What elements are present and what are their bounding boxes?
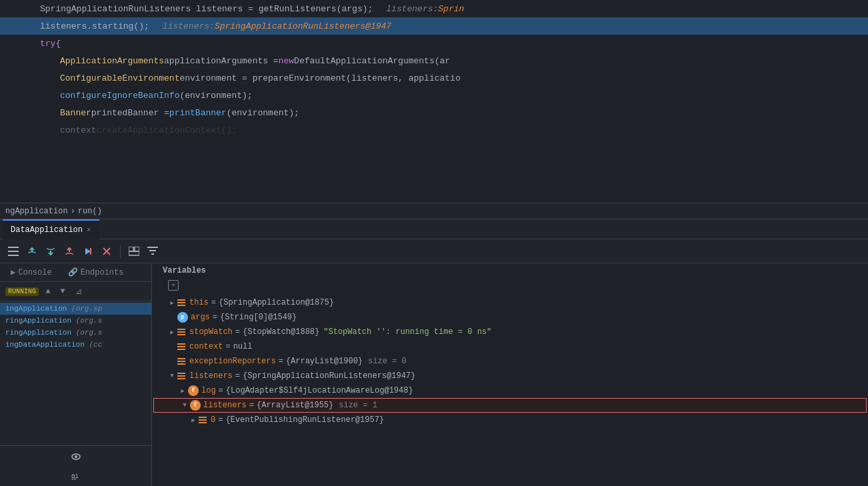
stop-button[interactable]	[99, 243, 115, 259]
stack-detail-2: (org.s	[76, 329, 103, 337]
breadcrumb-part-2: run()	[78, 207, 102, 216]
var-eq-listeners-top: =	[235, 371, 240, 381]
settings-button[interactable]	[145, 243, 161, 259]
sidebar-icon-1[interactable]	[68, 449, 84, 465]
debug-val-2: SpringApplicationRunListeners@1947	[215, 21, 391, 31]
code-type: ApplicationArguments	[60, 56, 164, 66]
expand-zero[interactable]: ▶	[189, 416, 197, 424]
sidebar-bottom-icons: 01 10	[0, 445, 151, 486]
tab-endpoints[interactable]: 🔗 Endpoints	[63, 265, 129, 280]
code-line-3: try {	[0, 35, 868, 52]
var-val-listeners-inner: {ArrayList@1955}	[257, 401, 333, 410]
keyword-try: try	[40, 39, 55, 49]
left-sidebar: ▶ Console 🔗 Endpoints RUNNING ▲ ▼ ⊿ ingA…	[0, 263, 152, 486]
debug-toolbar	[0, 239, 868, 263]
var-val-zero: {EventPublishingRunListener@1957}	[225, 415, 384, 425]
tab-console[interactable]: ▶ Console	[5, 265, 57, 280]
run-to-cursor-button[interactable]	[80, 243, 96, 259]
breadcrumb-sep: ›	[71, 207, 75, 216]
breadcrumb-part-1: ngApplication	[5, 207, 68, 216]
sidebar-icon-2[interactable]: 01 10	[68, 467, 84, 483]
code-type: Banner	[60, 108, 91, 118]
svg-rect-2	[8, 255, 19, 256]
frames-button[interactable]	[5, 243, 21, 259]
var-eq-listeners-inner: =	[249, 401, 254, 410]
var-name-this: this	[189, 298, 209, 307]
breadcrumb: ngApplication › run()	[0, 203, 868, 219]
settings-icon	[147, 247, 158, 256]
var-val-exception: {ArrayList@1900}	[286, 357, 363, 366]
step-into-button[interactable]	[43, 243, 59, 259]
debug-comment-1: listeners:	[386, 4, 438, 14]
panel-tab-bar: ▶ Console 🔗 Endpoints	[0, 263, 151, 282]
bottom-panel: ▶ Console 🔗 Endpoints RUNNING ▲ ▼ ⊿ ingA…	[0, 263, 868, 486]
var-row-args: ▶ p args = {String[0]@1549}	[152, 310, 868, 325]
layout-button[interactable]	[126, 243, 142, 259]
code-text: (environment);	[227, 108, 299, 118]
lines-icon-listeners-top	[177, 373, 185, 379]
svg-rect-1	[8, 251, 19, 252]
svg-rect-0	[8, 247, 19, 248]
add-variable-button[interactable]: +	[168, 280, 179, 291]
toolbar-separator	[120, 245, 121, 258]
stack-item-2[interactable]: ringApplication (org.s	[0, 327, 151, 339]
stack-class-3: ingDataApplication	[5, 341, 85, 349]
step-over-icon	[27, 247, 37, 256]
debug-val-1: Sprin	[438, 4, 464, 14]
var-val-context: null	[233, 342, 253, 351]
code-text: context	[60, 125, 97, 135]
step-over-button[interactable]	[24, 243, 40, 259]
stack-item-3[interactable]: ingDataApplication (cc	[0, 339, 151, 351]
lines-icon-zero	[199, 417, 207, 423]
var-val-this: {SpringApplication@1875}	[219, 298, 334, 307]
expand-listeners-inner[interactable]: ▼	[181, 401, 189, 409]
stack-item-0[interactable]: ingApplication (org.sp	[0, 303, 151, 315]
close-icon[interactable]: ×	[87, 226, 91, 234]
var-row-this: ▶ this = {SpringApplication@1875}	[152, 295, 868, 310]
var-eq-context: =	[225, 342, 230, 351]
expand-stopwatch[interactable]: ▶	[168, 328, 176, 336]
code-text: listeners.starting();	[40, 21, 149, 31]
tab-dataapplication[interactable]: DataApplication ×	[3, 219, 99, 239]
code-kw: new	[279, 56, 294, 66]
var-name-exception: exceptionReporters	[189, 357, 276, 366]
var-eq-exception: =	[279, 357, 283, 366]
stack-class-2: ringApplication	[5, 329, 71, 337]
code-text: {	[55, 39, 61, 49]
stack-class-1: ringApplication	[5, 317, 71, 325]
var-name-listeners-inner: listeners	[203, 401, 247, 410]
var-name-stopwatch: stopWatch	[189, 327, 233, 337]
tab-bar: DataApplication ×	[0, 219, 868, 239]
var-val-log: {LogAdapter$Slf4jLocationAwareLog@1948}	[226, 386, 413, 395]
var-val-listeners-top: {SpringApplicationRunListeners@1947}	[243, 371, 415, 381]
stack-item-1[interactable]: ringApplication (org.s	[0, 315, 151, 327]
code-line-6: configureIgnoreBeanInfo (environment);	[0, 87, 868, 104]
nav-up-button[interactable]: ▲	[41, 285, 55, 298]
eye-icon	[71, 452, 81, 461]
var-row-exception: ▶ exceptionReporters = {ArrayList@1900} …	[152, 354, 868, 369]
expand-this[interactable]: ▶	[168, 299, 176, 307]
svg-rect-9	[129, 251, 139, 255]
nav-arrows: ▲ ▼	[41, 285, 69, 298]
running-badge: RUNNING	[5, 287, 39, 296]
layout-icon	[129, 247, 139, 256]
code-text: DefaultApplicationArguments(ar	[294, 56, 450, 66]
expand-log[interactable]: ▶	[179, 387, 187, 395]
code-text: printedBanner =	[91, 108, 169, 118]
nav-down-button[interactable]: ▼	[56, 285, 69, 298]
stack-detail-3: (cc	[89, 341, 102, 349]
filter-button[interactable]: ⊿	[72, 285, 85, 298]
stack-detail-0: (org.sp	[71, 305, 102, 313]
frames-icon	[8, 247, 19, 256]
step-into-icon	[46, 247, 55, 256]
var-row-listeners-inner: ▼ f listeners = {ArrayList@1955} size = …	[153, 398, 867, 413]
step-out-button[interactable]	[61, 243, 77, 259]
svg-marker-3	[85, 248, 91, 255]
code-type: ConfigurableEnvironment	[60, 73, 179, 83]
svg-rect-4	[90, 248, 91, 255]
variables-header: Variables	[152, 263, 868, 278]
console-icon: ▶	[11, 267, 15, 277]
expand-listeners-top[interactable]: ▼	[168, 372, 176, 380]
var-name-context: context	[189, 342, 223, 351]
code-dots: createApplicationContext();	[97, 125, 237, 135]
